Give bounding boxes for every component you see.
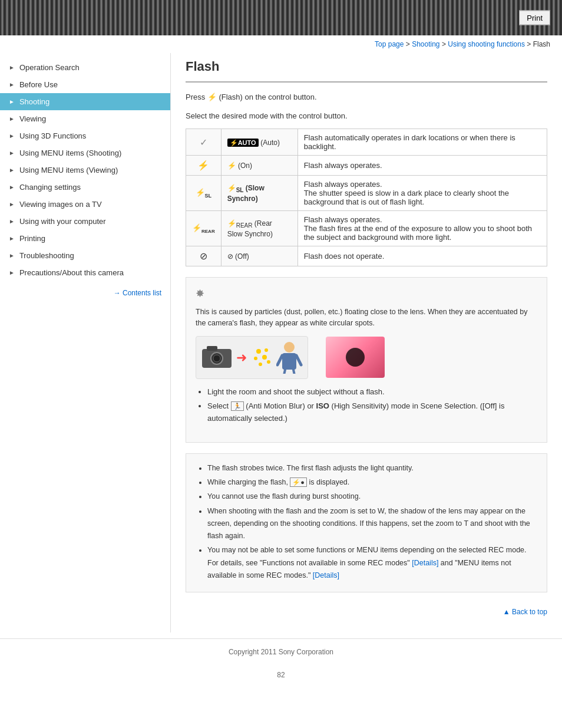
back-to-top-link[interactable]: ▲ Back to top [503, 608, 547, 616]
sidebar-item-menu-viewing[interactable]: ► Using MENU items (Viewing) [0, 162, 170, 179]
flash-on-icon: ⚡ [197, 160, 209, 170]
breadcrumb-shooting[interactable]: Shooting [412, 40, 439, 48]
back-to-top: ▲ Back to top [186, 603, 547, 621]
arrow-icon: ► [9, 98, 15, 105]
off-icon: ⊘ [200, 251, 207, 261]
illustration-area: ➜ [196, 336, 537, 379]
table-cell-mode: ⊘ (Off) [221, 246, 297, 266]
arrow-icon: ► [9, 133, 15, 139]
svg-point-10 [284, 342, 295, 353]
sidebar-item-label: Operation Search [19, 63, 80, 72]
page-title-section: Flash [186, 59, 547, 83]
sidebar-item-label: Before Use [19, 80, 58, 89]
arrow-icon: ► [9, 150, 15, 156]
mode-label: ⚡SL (SlowSynchro) [227, 184, 265, 202]
mode-label: (Auto) [260, 139, 280, 147]
table-cell-desc: Flash always operates. [297, 156, 547, 176]
sidebar: ► Operation Search ► Before Use ► Shooti… [0, 53, 171, 633]
sidebar-item-printing[interactable]: ► Printing [0, 230, 170, 247]
breadcrumb-top-page[interactable]: Top page [375, 40, 404, 48]
svg-line-12 [277, 355, 282, 365]
sidebar-item-label: Using MENU items (Viewing) [19, 166, 118, 174]
list-item: The flash strobes twice. The first flash… [207, 462, 537, 475]
list-item: While charging the flash, ⚡● is displaye… [207, 476, 537, 489]
sidebar-item-label: Using with your computer [19, 217, 106, 226]
arrow-icon: ► [9, 252, 15, 259]
mode-label: ⚡ (On) [227, 162, 252, 170]
table-row: ⚡REAR ⚡REAR (RearSlow Synchro) Flash alw… [186, 211, 547, 246]
contents-list-link[interactable]: → Contents list [114, 289, 161, 297]
sidebar-item-viewing-tv[interactable]: ► Viewing images on a TV [0, 196, 170, 213]
arrow-icon: ► [9, 167, 15, 173]
sidebar-item-3d-functions[interactable]: ► Using 3D Functions [0, 127, 170, 144]
contents-link-container: → Contents list [0, 281, 170, 304]
footer-copyright: Copyright 2011 Sony Corporation [229, 648, 333, 656]
page-title: Flash [186, 59, 547, 74]
svg-point-7 [262, 355, 267, 360]
table-row: ⚡ ⚡ (On) Flash always operates. [186, 156, 547, 176]
hint-bullet-list: Light the room and shoot the subject wit… [196, 386, 537, 425]
sidebar-item-label: Using 3D Functions [19, 131, 86, 140]
table-cell-desc: Flash always operates. The shutter speed… [297, 176, 547, 211]
sidebar-item-changing-settings[interactable]: ► Changing settings [0, 179, 170, 196]
sidebar-item-label: Changing settings [19, 183, 81, 192]
svg-rect-11 [282, 353, 296, 370]
svg-line-15 [293, 370, 295, 374]
note-hint-box: ✸ This is caused by particles (dust, pol… [186, 277, 547, 443]
arrow-icon: ► [9, 64, 15, 71]
svg-rect-1 [207, 346, 217, 351]
main-content: Flash Press ⚡ (Flash) on the control but… [171, 53, 562, 633]
sidebar-item-menu-shooting[interactable]: ► Using MENU items (Shooting) [0, 144, 170, 162]
details-link-1[interactable]: [Details] [412, 559, 438, 567]
sidebar-item-viewing[interactable]: ► Viewing [0, 110, 170, 127]
sidebar-item-operation-search[interactable]: ► Operation Search [0, 59, 170, 76]
arrow-icon: ► [9, 116, 15, 122]
main-layout: ► Operation Search ► Before Use ► Shooti… [0, 53, 562, 633]
table-cell-icon: ⚡SL [186, 176, 222, 211]
breadcrumb-using-shooting[interactable]: Using shooting functions [448, 40, 525, 48]
photo-result [326, 337, 385, 378]
list-item: You cannot use the flash during burst sh… [207, 490, 537, 503]
details-link-2[interactable]: [Details] [313, 571, 339, 579]
camera-illustration: ➜ [196, 336, 308, 379]
sidebar-item-before-use[interactable]: ► Before Use [0, 76, 170, 93]
mode-label: ⚡REAR (RearSlow Synchro) [227, 219, 273, 238]
breadcrumb: Top page > Shooting > Using shooting fun… [0, 35, 562, 53]
breadcrumb-sep2: > [442, 40, 448, 48]
sidebar-item-label: Shooting [19, 97, 49, 106]
sidebar-item-label: Troubleshooting [19, 251, 74, 260]
print-button[interactable]: Print [519, 11, 550, 25]
svg-point-5 [265, 348, 268, 352]
notes-list: The flash strobes twice. The first flash… [196, 462, 537, 582]
person-svg [276, 341, 303, 374]
arrow-icon: ► [9, 269, 15, 276]
sidebar-item-label: Viewing images on a TV [19, 200, 102, 209]
table-cell-icon: ⊘ [186, 246, 222, 266]
list-item: Light the room and shoot the subject wit… [207, 386, 537, 398]
flash-modes-table: ✓ ⚡AUTO (Auto) Flash automatically opera… [186, 129, 547, 266]
sidebar-item-using-computer[interactable]: ► Using with your computer [0, 213, 170, 230]
svg-point-6 [254, 357, 257, 360]
sidebar-item-troubleshooting[interactable]: ► Troubleshooting [0, 247, 170, 264]
arrow-icon: ► [9, 218, 15, 225]
table-cell-mode: ⚡SL (SlowSynchro) [221, 176, 297, 211]
list-item: You may not be able to set some function… [207, 544, 537, 582]
sidebar-item-precautions[interactable]: ► Precautions/About this camera [0, 264, 170, 281]
list-item: When shooting with the flash and the zoo… [207, 505, 537, 543]
camera-svg [201, 344, 233, 370]
header-bar: Print [0, 0, 562, 35]
intro-line-1: Press ⚡ (Flash) on the control button. [186, 91, 547, 103]
svg-point-9 [267, 360, 270, 364]
note-hint-text: This is caused by particles (dust, polle… [196, 307, 537, 329]
sidebar-item-label: Precautions/About this camera [19, 268, 124, 277]
page-number: 82 [0, 665, 562, 685]
notes-box: The flash strobes twice. The first flash… [186, 453, 547, 592]
arrow-icon: ► [9, 184, 15, 190]
table-cell-mode: ⚡REAR (RearSlow Synchro) [221, 211, 297, 246]
rear-slow-synchro-icon: ⚡REAR [192, 223, 215, 232]
hint-icon: ✸ [196, 286, 537, 302]
svg-point-8 [259, 363, 262, 366]
sidebar-item-shooting[interactable]: ► Shooting [0, 93, 170, 110]
table-cell-mode: ⚡AUTO (Auto) [221, 129, 297, 156]
table-cell-desc: Flash automatically operates in dark loc… [297, 129, 547, 156]
